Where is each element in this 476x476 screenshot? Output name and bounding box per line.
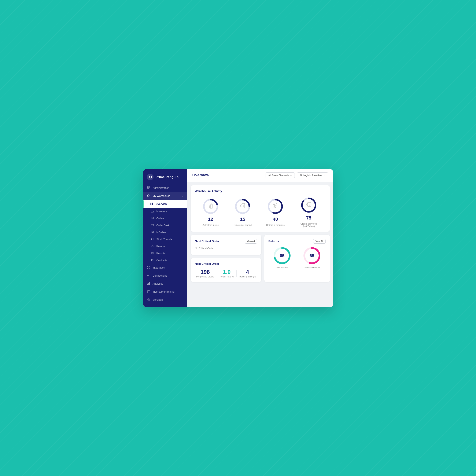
inventory-planning-label: Inventory Planning	[153, 290, 175, 293]
sales-channels-chevron: ⌄	[290, 174, 292, 177]
total-returns-value: 65	[280, 254, 284, 258]
sales-channels-filter[interactable]: All Sales Channels ⌄	[266, 172, 295, 178]
svg-point-29	[149, 275, 150, 276]
top-bar: Overview All Sales Channels ⌄ All Logist…	[187, 169, 333, 182]
handing-time-label: Handing Time (h)	[239, 275, 256, 278]
integration-label: Integration	[153, 266, 165, 269]
connections-icon	[147, 274, 151, 278]
orders-in-progress-icon	[272, 203, 278, 210]
autostore-value: 12	[208, 217, 213, 221]
svg-rect-7	[152, 204, 153, 205]
svg-point-25	[149, 266, 150, 267]
activity-orders-not-started: 15 Orders not started	[234, 198, 252, 226]
sidebar-item-stock-transfer[interactable]: Stock Transfer	[143, 236, 187, 243]
administration-arrow: ›	[183, 187, 183, 189]
sidebar-item-services[interactable]: Services ›	[143, 296, 187, 304]
analytics-icon	[147, 282, 151, 286]
my-warehouse-label: My Warehouse	[153, 195, 170, 198]
integration-icon	[147, 266, 151, 270]
bottom-row: Next Critical Order View All No Critical…	[191, 235, 330, 282]
svg-rect-34	[147, 290, 150, 293]
orders-delivered-icon	[306, 202, 311, 208]
orders-not-started-icon	[240, 204, 245, 209]
reports-icon	[151, 252, 154, 255]
page-title: Overview	[192, 173, 209, 177]
progressed-orders-value: 198	[201, 269, 210, 275]
sidebar-item-administration[interactable]: Administration ›	[143, 184, 187, 192]
orders-in-progress-donut	[267, 198, 284, 215]
orders-not-started-label: Orders not started	[234, 224, 252, 226]
total-returns-item: 65 Total Returns	[272, 246, 292, 269]
sidebar-item-inventory-planning[interactable]: Inventory Planning	[143, 288, 187, 296]
activity-orders-in-progress: 40 Orders in progress	[266, 198, 285, 226]
sidebar-item-my-warehouse[interactable]: My Warehouse ∨	[143, 192, 187, 200]
returns-icon	[151, 245, 154, 248]
handing-time-value: 4	[246, 269, 249, 275]
svg-point-28	[147, 275, 148, 276]
svg-rect-31	[147, 284, 148, 285]
inventory-icon	[151, 210, 154, 213]
svg-rect-1	[149, 187, 150, 187]
inventory-planning-icon	[147, 290, 151, 294]
inventory-label: Inventory	[156, 210, 167, 213]
contracts-label: Contracts	[156, 259, 167, 262]
returns-title: Returns	[269, 239, 279, 243]
svg-point-26	[147, 268, 148, 269]
logistic-providers-filter[interactable]: All Logistic Providers ⌄	[297, 172, 328, 178]
critical-order-empty-title: Next Critical Order	[195, 239, 219, 243]
no-critical-text: No Critical Order	[195, 246, 257, 251]
orders-icon	[151, 217, 154, 220]
critical-order-stats-card: Next Critical Order 198 Progressed Order…	[191, 258, 261, 282]
warehouse-activity-title: Warehouse Activity	[195, 189, 326, 193]
orders-not-started-value: 15	[240, 217, 245, 221]
controlled-returns-item: 65 Controlled Returns	[302, 246, 322, 269]
svg-rect-13	[151, 224, 153, 226]
connections-label: Connections	[153, 274, 168, 277]
svg-rect-33	[149, 282, 150, 285]
critical-order-view-all-btn[interactable]: View All	[245, 239, 257, 244]
logo-area[interactable]: Prime Penguin	[143, 169, 187, 184]
svg-rect-8	[151, 211, 153, 212]
connections-arrow: ›	[183, 275, 183, 277]
my-warehouse-icon	[147, 194, 151, 198]
sidebar-item-reports[interactable]: Reports	[143, 250, 187, 257]
sidebar-item-analytics[interactable]: Analytics	[143, 280, 187, 288]
activity-grid: 12 Autostore in use	[195, 197, 326, 228]
svg-point-23	[148, 267, 149, 268]
orders-not-started-donut	[234, 198, 251, 215]
returns-header: Returns View All	[269, 239, 326, 244]
orders-delivered-label: Orders delivered (last 7 days)	[299, 222, 318, 228]
logistic-providers-chevron: ⌄	[323, 174, 325, 177]
sidebar-item-orders[interactable]: Orders	[143, 215, 187, 222]
sidebar-item-order-desk[interactable]: Order Desk	[143, 222, 187, 229]
sidebar-item-integration[interactable]: Integration ›	[143, 264, 187, 272]
sidebar-item-inventory[interactable]: Inventory	[143, 208, 187, 215]
services-label: Services	[153, 298, 163, 301]
controlled-returns-donut: 65	[302, 246, 322, 265]
sidebar-item-returns[interactable]: Returns	[143, 243, 187, 250]
controlled-returns-label: Controlled Returns	[304, 266, 320, 269]
analytics-label: Analytics	[153, 282, 163, 285]
main-content: Overview All Sales Channels ⌄ All Logist…	[187, 169, 333, 307]
services-arrow: ›	[183, 299, 183, 301]
order-desk-label: Order Desk	[156, 224, 169, 227]
controlled-returns-value: 65	[310, 254, 314, 258]
warehouse-activity-card: Warehouse Activity	[191, 185, 330, 232]
svg-rect-0	[147, 187, 149, 187]
returns-card: Returns View All	[264, 235, 330, 282]
return-rate-stat: 1.0 Return Rate %	[220, 269, 234, 278]
my-warehouse-arrow: ∨	[182, 195, 184, 197]
return-rate-label: Return Rate %	[220, 275, 234, 278]
sidebar-item-inorders[interactable]: InOrders	[143, 229, 187, 236]
integration-arrow: ›	[183, 267, 183, 269]
orders-in-progress-label: Orders in progress	[266, 224, 285, 226]
sidebar-item-overview[interactable]: Overview	[143, 200, 187, 208]
sidebar-item-contracts[interactable]: Contracts	[143, 257, 187, 264]
activity-orders-delivered: 75 Orders delivered (last 7 days)	[299, 197, 318, 228]
sidebar-item-connections[interactable]: Connections ›	[143, 272, 187, 280]
sales-channels-label: All Sales Channels	[268, 174, 289, 177]
total-returns-donut: 65	[272, 246, 292, 265]
inorders-label: InOrders	[156, 231, 166, 234]
total-returns-label: Total Returns	[276, 266, 288, 269]
returns-view-all-btn[interactable]: View All	[313, 239, 326, 244]
